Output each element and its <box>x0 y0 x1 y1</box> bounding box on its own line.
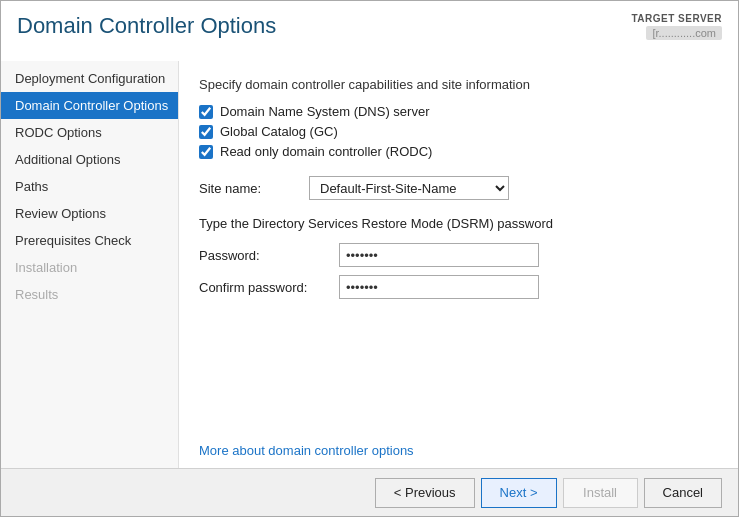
cancel-button[interactable]: Cancel <box>644 478 722 508</box>
site-name-select[interactable]: Default-First-Site-Name <box>309 176 509 200</box>
site-name-row: Site name: Default-First-Site-Name <box>199 176 718 200</box>
password-row: Password: <box>199 243 718 267</box>
next-button[interactable]: Next > <box>481 478 557 508</box>
main-window: Domain Controller Options TARGET SERVER … <box>0 0 739 517</box>
checkbox-row-rodc: Read only domain controller (RODC) <box>199 144 718 159</box>
checkbox-row-dns: Domain Name System (DNS) server <box>199 104 718 119</box>
footer: < Previous Next > Install Cancel <box>1 468 738 516</box>
sidebar-item-additional-options[interactable]: Additional Options <box>1 146 178 173</box>
checkbox-rodc-label: Read only domain controller (RODC) <box>220 144 432 159</box>
site-name-label: Site name: <box>199 181 309 196</box>
checkbox-gc[interactable] <box>199 125 213 139</box>
content-area: Specify domain controller capabilities a… <box>179 61 738 468</box>
sidebar-item-review-options[interactable]: Review Options <box>1 200 178 227</box>
target-server-name: [r............com <box>646 26 722 40</box>
checkbox-rodc[interactable] <box>199 145 213 159</box>
main-content: Deployment Configuration Domain Controll… <box>1 61 738 468</box>
more-about-link[interactable]: More about domain controller options <box>199 433 718 458</box>
confirm-password-row: Confirm password: <box>199 275 718 299</box>
password-input[interactable] <box>339 243 539 267</box>
sidebar-item-deployment-configuration[interactable]: Deployment Configuration <box>1 65 178 92</box>
checkbox-row-gc: Global Catalog (GC) <box>199 124 718 139</box>
section-description: Specify domain controller capabilities a… <box>199 77 718 92</box>
checkbox-dns[interactable] <box>199 105 213 119</box>
sidebar-item-domain-controller-options[interactable]: Domain Controller Options <box>1 92 178 119</box>
sidebar-item-paths[interactable]: Paths <box>1 173 178 200</box>
confirm-password-label: Confirm password: <box>199 280 339 295</box>
sidebar: Deployment Configuration Domain Controll… <box>1 61 179 468</box>
dsrm-label: Type the Directory Services Restore Mode… <box>199 216 718 231</box>
target-server-label: TARGET SERVER <box>631 13 722 24</box>
previous-button[interactable]: < Previous <box>375 478 475 508</box>
install-button: Install <box>563 478 638 508</box>
password-label: Password: <box>199 248 339 263</box>
checkbox-group: Domain Name System (DNS) server Global C… <box>199 104 718 164</box>
sidebar-item-installation: Installation <box>1 254 178 281</box>
confirm-password-input[interactable] <box>339 275 539 299</box>
checkbox-gc-label: Global Catalog (GC) <box>220 124 338 139</box>
page-title: Domain Controller Options <box>17 13 276 39</box>
header: Domain Controller Options TARGET SERVER … <box>1 1 738 61</box>
sidebar-item-rodc-options[interactable]: RODC Options <box>1 119 178 146</box>
sidebar-item-results: Results <box>1 281 178 308</box>
checkbox-dns-label: Domain Name System (DNS) server <box>220 104 430 119</box>
target-server-section: TARGET SERVER [r............com <box>631 13 722 40</box>
sidebar-item-prerequisites-check[interactable]: Prerequisites Check <box>1 227 178 254</box>
